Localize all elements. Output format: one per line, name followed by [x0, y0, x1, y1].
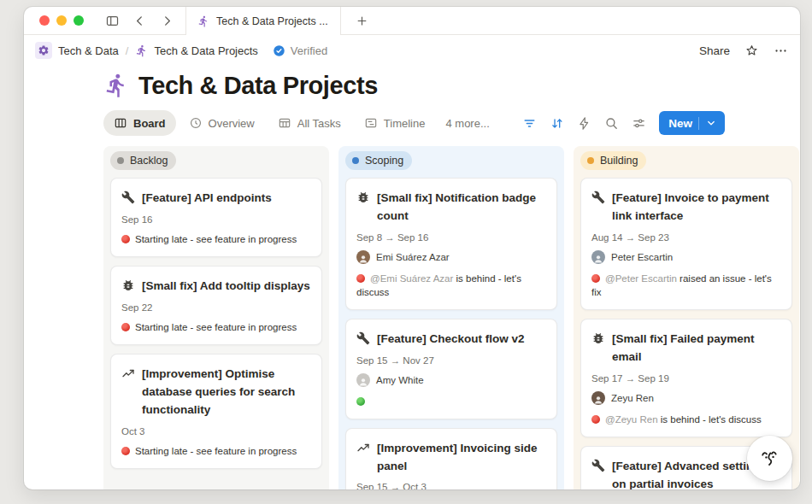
card-status-text: Starting late - see feature in progress: [135, 446, 297, 456]
card-date: Sep 15 → Oct 3: [356, 482, 546, 489]
wrench-icon: [591, 190, 605, 204]
minimize-window-button[interactable]: [56, 15, 67, 26]
board-icon: [114, 116, 127, 130]
tab-timeline[interactable]: Timeline: [354, 110, 436, 136]
search-icon[interactable]: [601, 113, 621, 133]
favorite-star-icon[interactable]: [744, 44, 759, 58]
automation-bolt-icon[interactable]: [574, 113, 594, 133]
tab-title: Tech & Data Projects ...: [216, 15, 328, 27]
chevron-down-icon: [705, 117, 717, 129]
card-invoicing-side-panel[interactable]: [Improvement] Invoicing side panel Sep 1…: [345, 428, 557, 489]
person-icon: [593, 395, 603, 405]
assignee-name: Emi Suárez Azar: [376, 252, 450, 262]
red-status-dot-icon: [591, 415, 600, 424]
page-header: Tech & Data Projects: [103, 71, 800, 100]
card-checkout-flow-v2[interactable]: [Feature] Checkout flow v2 Sep 15 → Nov …: [345, 319, 557, 419]
card-api-endpoints[interactable]: [Feature] API endpoints Sep 16 Starting …: [110, 178, 322, 257]
card-failed-payment-email[interactable]: [Small fix] Failed payment email Sep 17 …: [580, 319, 792, 437]
card-status-text: Starting late - see feature in progress: [135, 234, 297, 244]
bug-icon: [356, 190, 370, 204]
runner-icon: [135, 44, 148, 57]
column-backlog-cards: [Feature] API endpoints Sep 16 Starting …: [110, 178, 322, 469]
card-title: [Small fix] Notification badge count: [377, 189, 546, 225]
new-button[interactable]: New: [659, 111, 725, 135]
person-icon: [593, 254, 603, 264]
runner-icon: [197, 15, 209, 27]
ai-assistant-button[interactable]: [747, 436, 792, 481]
new-tab-button[interactable]: [341, 7, 368, 34]
topbar: Tech & Data / Tech & Data Projects Verif…: [24, 35, 800, 66]
chart-trend-icon: [121, 366, 135, 380]
card-assignee: Peter Escartin: [591, 250, 781, 264]
app-window: Tech & Data Projects ... Tech & Data / T…: [24, 7, 800, 489]
status-dot-icon: [352, 157, 359, 164]
card-title: [Feature] Invoice to payment link interf…: [612, 189, 781, 225]
card-title: [Improvement] Invoicing side panel: [377, 439, 546, 475]
browser-tab[interactable]: Tech & Data Projects ...: [185, 7, 341, 35]
share-button[interactable]: Share: [699, 44, 730, 57]
back-icon[interactable]: [132, 14, 147, 28]
nav-controls: [94, 7, 185, 34]
close-window-button[interactable]: [39, 15, 50, 26]
card-notification-badge-count[interactable]: [Small fix] Notification badge count Sep…: [345, 178, 557, 310]
breadcrumb-workspace[interactable]: Tech & Data: [31, 39, 123, 62]
card-invoice-to-payment-link[interactable]: [Feature] Invoice to payment link interf…: [580, 178, 792, 310]
chart-trend-icon: [356, 441, 370, 454]
card-add-tooltip-displays[interactable]: [Small fix] Add tooltip displays Sep 22 …: [110, 266, 322, 345]
traffic-lights: [24, 7, 94, 34]
verified-label: Verified: [291, 44, 327, 57]
red-status-dot-icon: [591, 274, 600, 283]
card-title: [Small fix] Failed payment email: [612, 330, 781, 366]
sidebar-toggle-icon[interactable]: [105, 14, 120, 28]
forward-icon[interactable]: [160, 14, 174, 28]
tab-all-tasks-label: All Tasks: [297, 117, 341, 130]
topbar-actions: Share: [699, 44, 788, 58]
status-dot-icon: [587, 157, 594, 164]
page-icon-runner[interactable]: [103, 73, 129, 98]
tab-overview[interactable]: Overview: [179, 110, 265, 136]
column-building-header[interactable]: Building: [580, 151, 646, 170]
table-icon: [278, 116, 291, 130]
card-title: [Small fix] Add tooltip displays: [142, 277, 310, 295]
card-assignee: Emi Suárez Azar: [356, 250, 546, 264]
more-views-button[interactable]: 4 more...: [445, 117, 489, 130]
card-status: Starting late - see feature in progress: [121, 232, 311, 246]
filter-icon[interactable]: [519, 113, 539, 133]
card-status-text: Starting late - see feature in progress: [135, 322, 297, 332]
timeline-icon: [364, 116, 378, 130]
views-toolbar: Board Overview All Tasks Timeline 4 more…: [103, 110, 725, 136]
card-status: Starting late - see feature in progress: [121, 444, 311, 458]
column-scoping: Scoping [Small fix] Notification badge c…: [338, 146, 564, 489]
status-dot-icon: [117, 157, 124, 164]
settings-sliders-icon[interactable]: [628, 113, 649, 133]
avatar: [591, 391, 605, 405]
verified-badge[interactable]: Verified: [273, 44, 327, 57]
bug-icon: [591, 331, 605, 345]
tab-all-tasks[interactable]: All Tasks: [268, 110, 351, 136]
breadcrumb-separator: /: [126, 44, 129, 57]
avatar: [356, 250, 370, 264]
card-optimise-database-queries[interactable]: [Improvement] Optimise database queries …: [110, 354, 322, 469]
breadcrumb-page[interactable]: Tech & Data Projects: [131, 42, 262, 60]
zoom-window-button[interactable]: [74, 15, 84, 26]
column-scoping-header[interactable]: Scoping: [345, 151, 412, 170]
kanban-board: Backlog [Feature] API endpoints Sep 16 S…: [103, 146, 800, 489]
breadcrumb-page-label: Tech & Data Projects: [154, 44, 257, 57]
board-toolbar: New: [519, 111, 725, 135]
new-button-divider: [698, 117, 699, 130]
red-status-dot-icon: [121, 235, 130, 243]
more-options-icon[interactable]: [774, 44, 788, 58]
column-scoping-cards: [Small fix] Notification badge count Sep…: [345, 178, 557, 489]
assignee-name: Zeyu Ren: [611, 393, 654, 403]
tab-board[interactable]: Board: [103, 110, 176, 136]
card-status: @Zeyu Ren is behind - let's discuss: [591, 413, 781, 426]
plus-icon: [356, 15, 368, 27]
sort-icon[interactable]: [546, 113, 567, 133]
card-status: @Peter Escartin raised an issue - let's …: [591, 272, 781, 299]
column-backlog-header[interactable]: Backlog: [110, 151, 176, 170]
avatar: [356, 373, 370, 387]
red-status-dot-icon: [356, 274, 365, 283]
tab-board-label: Board: [133, 117, 166, 130]
card-date: Oct 3: [121, 426, 311, 437]
green-status-dot-icon: [356, 397, 365, 406]
